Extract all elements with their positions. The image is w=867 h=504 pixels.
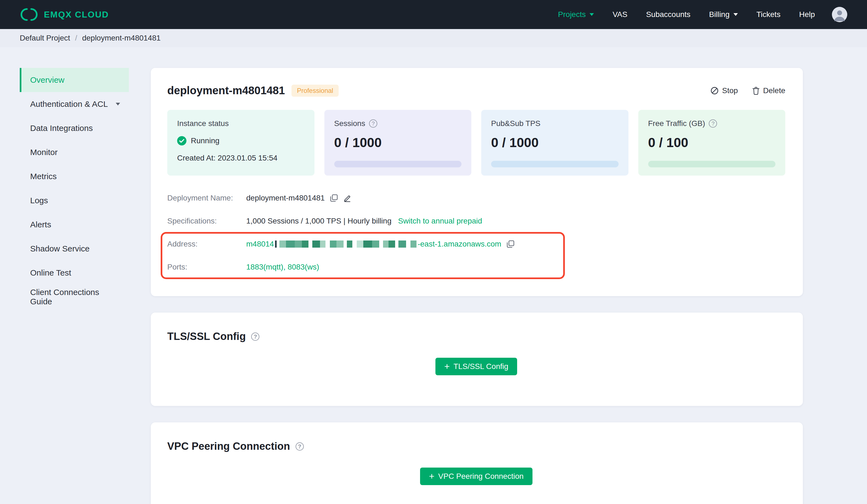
delete-button[interactable]: Delete bbox=[752, 86, 785, 95]
check-circle-icon bbox=[177, 136, 186, 145]
sidebar-item-shadow-service[interactable]: Shadow Service bbox=[20, 237, 129, 261]
nav-help-label: Help bbox=[799, 10, 815, 19]
sidebar-item-client-connections-guide[interactable]: Client Connections Guide bbox=[20, 285, 129, 309]
pubsub-tps-card: Pub&Sub TPS 0 / 1000 bbox=[481, 110, 629, 176]
nav-tickets[interactable]: Tickets bbox=[747, 6, 790, 23]
free-traffic-label: Free Traffic (GB) bbox=[648, 119, 705, 128]
plan-badge: Professional bbox=[291, 85, 339, 97]
pubsub-tps-progress-bar bbox=[491, 161, 619, 167]
vpc-peering-title: VPC Peering Connection bbox=[167, 440, 290, 452]
nav-projects[interactable]: Projects bbox=[549, 6, 603, 23]
sidebar-item-label: Monitor bbox=[30, 147, 57, 157]
pubsub-tps-label: Pub&Sub TPS bbox=[491, 119, 540, 128]
sessions-value: 0 / 1000 bbox=[334, 135, 462, 150]
sidebar-item-overview[interactable]: Overview bbox=[20, 68, 129, 92]
sidebar-item-label: Overview bbox=[30, 75, 64, 85]
breadcrumb-separator: / bbox=[75, 34, 77, 42]
chevron-down-icon bbox=[589, 13, 594, 16]
deployment-name-label: Deployment Name: bbox=[167, 194, 246, 202]
breadcrumb-project[interactable]: Default Project bbox=[20, 34, 70, 42]
instance-created-at: Created At: 2023.01.05 15:54 bbox=[177, 154, 304, 162]
brand[interactable]: EMQX CLOUD bbox=[20, 8, 109, 22]
add-vpc-peering-label: VPC Peering Connection bbox=[438, 472, 523, 481]
nav-vas[interactable]: VAS bbox=[603, 6, 637, 23]
breadcrumb: Default Project / deployment-m4801481 bbox=[0, 29, 867, 47]
nav-billing-label: Billing bbox=[709, 10, 730, 19]
ports-value: 1883(mqtt), 8083(ws) bbox=[246, 263, 319, 272]
connection-address-group: Address: m48014 -east-1.amazonaws.com bbox=[167, 238, 785, 273]
chevron-down-icon bbox=[116, 103, 120, 106]
plus-icon bbox=[429, 471, 434, 481]
sidebar-item-authentication-acl[interactable]: Authentication & ACL bbox=[20, 92, 129, 116]
tls-ssl-title: TLS/SSL Config bbox=[167, 331, 246, 342]
address-redacted-segment bbox=[275, 241, 417, 248]
user-avatar[interactable] bbox=[832, 7, 847, 22]
emqx-logo-icon bbox=[20, 8, 39, 22]
deployment-overview-card: deployment-m4801481 Professional Stop bbox=[151, 68, 803, 296]
pubsub-tps-value: 0 / 1000 bbox=[491, 135, 619, 150]
sessions-progress-bar bbox=[334, 161, 462, 167]
sidebar: Overview Authentication & ACL Data Integ… bbox=[20, 68, 129, 309]
nav-menu: Projects VAS Subaccounts Billing Tickets… bbox=[549, 6, 847, 23]
stop-icon bbox=[710, 87, 719, 95]
free-traffic-progress-bar bbox=[648, 161, 776, 167]
sidebar-item-label: Metrics bbox=[30, 172, 57, 181]
brand-name: EMQX CLOUD bbox=[44, 10, 109, 20]
sidebar-item-logs[interactable]: Logs bbox=[20, 188, 129, 212]
deployment-details: Deployment Name: deployment-m4801481 bbox=[167, 192, 785, 273]
nav-projects-label: Projects bbox=[558, 10, 586, 19]
specifications-label: Specifications: bbox=[167, 217, 246, 226]
sidebar-item-label: Shadow Service bbox=[30, 244, 90, 253]
address-suffix: -east-1.amazonaws.com bbox=[418, 240, 501, 249]
specifications-value: 1,000 Sessions / 1,000 TPS | Hourly bill… bbox=[246, 217, 392, 226]
copy-icon[interactable] bbox=[507, 240, 514, 248]
main-content: deployment-m4801481 Professional Stop bbox=[151, 68, 803, 504]
top-navigation: EMQX CLOUD Projects VAS Subaccounts Bill… bbox=[0, 0, 867, 29]
avatar-icon bbox=[832, 7, 847, 22]
nav-help[interactable]: Help bbox=[790, 6, 824, 23]
sidebar-item-label: Authentication & ACL bbox=[30, 99, 108, 109]
instance-status-label: Instance status bbox=[177, 119, 304, 128]
switch-annual-prepaid-link[interactable]: Switch to annual prepaid bbox=[398, 217, 482, 226]
sessions-label: Sessions bbox=[334, 119, 365, 128]
delete-button-label: Delete bbox=[763, 86, 785, 95]
nav-subaccounts[interactable]: Subaccounts bbox=[637, 6, 700, 23]
plus-icon bbox=[444, 362, 450, 371]
chevron-down-icon bbox=[734, 13, 738, 16]
help-icon[interactable] bbox=[251, 332, 259, 341]
free-traffic-card: Free Traffic (GB) 0 / 100 bbox=[638, 110, 785, 176]
edit-icon[interactable] bbox=[343, 194, 352, 202]
sidebar-item-online-test[interactable]: Online Test bbox=[20, 261, 129, 285]
help-icon[interactable] bbox=[296, 442, 304, 451]
address-label: Address: bbox=[167, 240, 246, 249]
tls-ssl-card: TLS/SSL Config TLS/SSL Config bbox=[151, 313, 803, 406]
nav-billing[interactable]: Billing bbox=[700, 6, 747, 23]
sidebar-item-monitor[interactable]: Monitor bbox=[20, 140, 129, 164]
ports-label: Ports: bbox=[167, 263, 246, 272]
trash-icon bbox=[752, 87, 760, 95]
sessions-card: Sessions 0 / 1000 bbox=[324, 110, 472, 176]
breadcrumb-current: deployment-m4801481 bbox=[82, 34, 160, 42]
sidebar-item-data-integrations[interactable]: Data Integrations bbox=[20, 116, 129, 140]
sidebar-item-metrics[interactable]: Metrics bbox=[20, 164, 129, 188]
instance-status-value: Running bbox=[191, 136, 220, 145]
copy-icon[interactable] bbox=[330, 194, 338, 202]
add-vpc-peering-button[interactable]: VPC Peering Connection bbox=[420, 468, 532, 485]
nav-vas-label: VAS bbox=[612, 10, 627, 19]
vpc-peering-card: VPC Peering Connection VPC Peering Conne… bbox=[151, 423, 803, 504]
sidebar-item-label: Online Test bbox=[30, 268, 71, 277]
add-tls-ssl-config-label: TLS/SSL Config bbox=[453, 362, 509, 371]
help-icon[interactable] bbox=[369, 119, 377, 128]
sidebar-item-label: Alerts bbox=[30, 220, 51, 229]
address-prefix: m48014 bbox=[246, 240, 274, 249]
add-tls-ssl-config-button[interactable]: TLS/SSL Config bbox=[436, 358, 517, 375]
instance-status-card: Instance status Running Created At: 2023… bbox=[167, 110, 314, 176]
stop-button[interactable]: Stop bbox=[710, 86, 738, 95]
sidebar-item-label: Logs bbox=[30, 196, 48, 205]
deployment-name-value: deployment-m4801481 bbox=[246, 194, 325, 202]
help-icon[interactable] bbox=[709, 119, 717, 128]
sidebar-item-label: Data Integrations bbox=[30, 123, 93, 133]
free-traffic-value: 0 / 100 bbox=[648, 135, 776, 150]
nav-subaccounts-label: Subaccounts bbox=[646, 10, 691, 19]
sidebar-item-alerts[interactable]: Alerts bbox=[20, 212, 129, 237]
